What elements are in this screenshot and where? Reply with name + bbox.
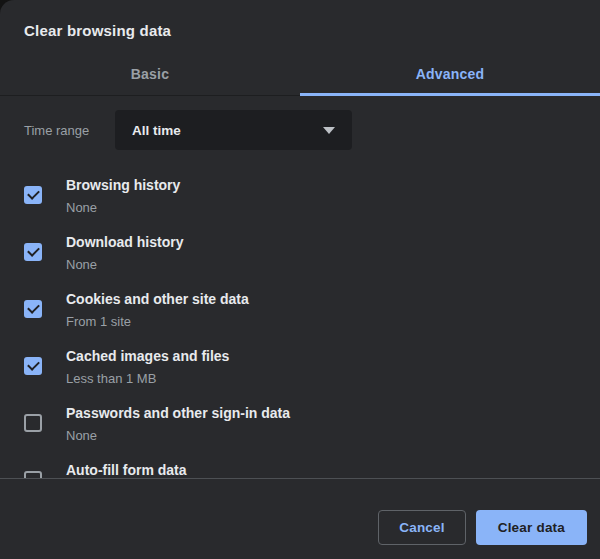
clear-browsing-data-dialog: Clear browsing data Basic Advanced Time … <box>0 0 600 559</box>
option-text: Auto-fill form data <box>66 462 187 478</box>
checkbox-unchecked-icon[interactable] <box>24 414 42 432</box>
option-sublabel: From 1 site <box>66 314 249 330</box>
list-item: Cached images and filesLess than 1 MB <box>0 342 600 399</box>
option-sublabel: None <box>66 428 290 444</box>
option-label: Download history <box>66 234 183 251</box>
list-item: Browsing historyNone <box>0 171 600 228</box>
dialog-body: Time range All time Browsing historyNone… <box>0 96 600 478</box>
time-range-row: Time range All time <box>24 110 576 150</box>
option-label: Passwords and other sign-in data <box>66 405 290 422</box>
option-text: Cookies and other site dataFrom 1 site <box>66 291 249 330</box>
list-item: Cookies and other site dataFrom 1 site <box>0 285 600 342</box>
option-text: Cached images and filesLess than 1 MB <box>66 348 229 387</box>
tab-bar: Basic Advanced <box>0 53 600 96</box>
dialog-footer: Cancel Clear data <box>0 478 600 559</box>
time-range-value: All time <box>132 123 181 138</box>
time-range-select[interactable]: All time <box>115 110 352 150</box>
option-label: Auto-fill form data <box>66 462 187 478</box>
clear-options-list: Browsing historyNoneDownload historyNone… <box>0 150 600 478</box>
option-text: Download historyNone <box>66 234 183 273</box>
tab-advanced[interactable]: Advanced <box>300 53 600 95</box>
option-label: Cookies and other site data <box>66 291 249 308</box>
time-range-label: Time range <box>24 123 115 138</box>
dropdown-arrow-icon <box>323 127 335 134</box>
option-sublabel: Less than 1 MB <box>66 371 229 387</box>
option-text: Passwords and other sign-in dataNone <box>66 405 290 444</box>
tab-basic[interactable]: Basic <box>0 53 300 95</box>
checkbox-checked-icon[interactable] <box>24 243 42 261</box>
checkbox-checked-icon[interactable] <box>24 186 42 204</box>
list-item: Download historyNone <box>0 228 600 285</box>
clear-data-button[interactable]: Clear data <box>476 510 587 545</box>
checkbox-unchecked-icon[interactable] <box>24 471 42 478</box>
list-item: Auto-fill form data <box>0 456 600 478</box>
checkbox-checked-icon[interactable] <box>24 357 42 375</box>
option-sublabel: None <box>66 200 180 216</box>
option-text: Browsing historyNone <box>66 177 180 216</box>
option-label: Cached images and files <box>66 348 229 365</box>
checkbox-checked-icon[interactable] <box>24 300 42 318</box>
list-item: Passwords and other sign-in dataNone <box>0 399 600 456</box>
dialog-title: Clear browsing data <box>0 0 600 53</box>
option-sublabel: None <box>66 257 183 273</box>
option-label: Browsing history <box>66 177 180 194</box>
cancel-button[interactable]: Cancel <box>378 510 465 545</box>
